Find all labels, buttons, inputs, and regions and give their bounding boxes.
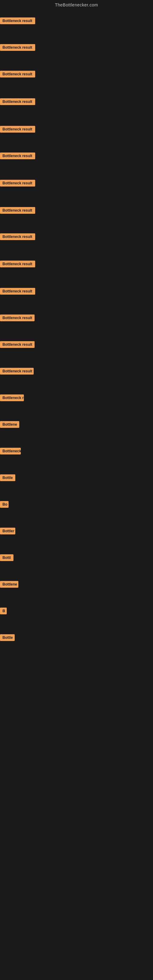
badge-label-8: Bottleneck result xyxy=(0,207,35,214)
bottleneck-badge-13: Bottleneck result xyxy=(0,341,35,349)
bottleneck-badge-14: Bottleneck result xyxy=(0,368,33,376)
badge-label-1: Bottleneck result xyxy=(0,18,35,24)
badge-label-9: Bottleneck result xyxy=(0,233,35,240)
bottleneck-badge-7: Bottleneck result xyxy=(0,180,35,188)
site-header: TheBottlenecker.com xyxy=(0,0,153,9)
bottleneck-badge-24: Bottle xyxy=(0,634,15,642)
bottleneck-badge-9: Bottleneck result xyxy=(0,233,35,241)
bottleneck-badge-18: Bottle xyxy=(0,474,15,482)
badge-label-20: Bottler xyxy=(0,528,15,535)
bottleneck-badge-12: Bottleneck result xyxy=(0,315,35,323)
bottleneck-badge-2: Bottleneck result xyxy=(0,44,35,52)
bottleneck-badge-17: Bottleneck xyxy=(0,448,21,456)
badge-label-21: Bottl xyxy=(0,554,13,561)
badge-label-16: Bottlene xyxy=(0,421,19,428)
badge-label-17: Bottleneck xyxy=(0,448,21,455)
bottleneck-badge-5: Bottleneck result xyxy=(0,126,35,134)
badge-label-3: Bottleneck result xyxy=(0,71,35,78)
bottleneck-badge-23: B xyxy=(0,608,7,616)
bottleneck-badge-3: Bottleneck result xyxy=(0,71,35,79)
bottleneck-badge-20: Bottler xyxy=(0,528,15,536)
badge-label-14: Bottleneck result xyxy=(0,368,33,375)
badge-label-4: Bottleneck result xyxy=(0,98,35,105)
badge-label-6: Bottleneck result xyxy=(0,153,35,159)
bottleneck-badge-15: Bottleneck r xyxy=(0,395,24,402)
badge-label-24: Bottle xyxy=(0,634,15,641)
badge-label-11: Bottleneck result xyxy=(0,288,35,294)
bottleneck-badge-21: Bottl xyxy=(0,554,13,562)
bottleneck-badge-16: Bottlene xyxy=(0,421,19,429)
badge-label-10: Bottleneck result xyxy=(0,261,35,267)
bottleneck-badge-10: Bottleneck result xyxy=(0,261,35,269)
bottleneck-badge-1: Bottleneck result xyxy=(0,18,35,25)
bottleneck-badge-11: Bottleneck result xyxy=(0,288,35,296)
badge-label-15: Bottleneck r xyxy=(0,395,24,401)
site-title: TheBottlenecker.com xyxy=(0,0,153,9)
bottleneck-badge-19: Bo xyxy=(0,501,9,509)
badge-label-22: Bottlene xyxy=(0,581,18,588)
badge-label-19: Bo xyxy=(0,501,9,508)
bottleneck-badge-6: Bottleneck result xyxy=(0,153,35,161)
badge-label-7: Bottleneck result xyxy=(0,180,35,186)
badge-label-13: Bottleneck result xyxy=(0,341,35,348)
badge-label-23: B xyxy=(0,608,7,614)
bottleneck-badge-8: Bottleneck result xyxy=(0,207,35,215)
badge-label-12: Bottleneck result xyxy=(0,315,35,321)
badge-label-5: Bottleneck result xyxy=(0,126,35,133)
badge-label-18: Bottle xyxy=(0,474,15,481)
badge-label-2: Bottleneck result xyxy=(0,44,35,51)
bottleneck-badge-4: Bottleneck result xyxy=(0,98,35,106)
bottleneck-badge-22: Bottlene xyxy=(0,581,18,589)
